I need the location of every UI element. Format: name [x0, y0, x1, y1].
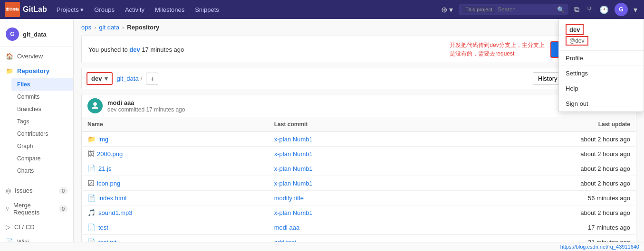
file-name[interactable]: 📄 21.js	[87, 165, 263, 172]
sidebar-item-commits[interactable]: Commits	[11, 91, 73, 103]
clock-icon[interactable]: 🕐	[597, 3, 611, 16]
repo-path-name[interactable]: git_data	[116, 75, 138, 82]
file-name[interactable]: 🖼 2000.png	[87, 150, 263, 158]
commit-author: dev	[107, 106, 116, 113]
user-dropdown: dev @dev Profile Settings Help Sign out	[558, 19, 644, 112]
chevron-down-icon[interactable]: ▾	[632, 3, 639, 16]
navbar: 素菲亦桂 GitLab Projects ▾ Groups Activity M…	[0, 0, 644, 19]
push-note: 开发把代码传到dev分支上，主分支上是没有的，需要去request	[450, 41, 545, 58]
project-avatar: G	[6, 28, 19, 41]
sidebar-item-tags[interactable]: Tags	[11, 115, 73, 128]
breadcrumb-current: Repository	[127, 24, 159, 31]
file-type-icon: 📄	[87, 165, 96, 172]
repo-toolbar: dev ▾ git_data / + History 🔍 Find file ⬇…	[81, 68, 636, 89]
dropdown-help[interactable]: Help	[559, 81, 644, 96]
file-commit[interactable]: x-plan Numb1	[274, 209, 313, 216]
push-text: You pushed to dev 17 minutes ago	[88, 46, 184, 53]
nav-milestones[interactable]: Milestones	[150, 3, 189, 16]
sidebar-item-repository[interactable]: 📁 Repository	[0, 64, 73, 78]
sidebar-item-issues[interactable]: ◎ Issues 0	[0, 183, 73, 198]
merge-icon[interactable]: ⑂	[585, 3, 594, 16]
issues-icon: ◎	[6, 187, 11, 194]
table-row: 🖼 icon.png x-plan Numb1 about 2 hours ag…	[82, 176, 636, 191]
file-type-icon: 🖼	[87, 150, 94, 158]
file-commit[interactable]: modi aaa	[274, 224, 299, 231]
dropdown-username: dev	[566, 24, 584, 35]
sidebar-item-graph[interactable]: Graph	[11, 140, 73, 152]
sidebar: G git_data 🏠 Overview 📁 Repository Files…	[0, 19, 74, 251]
sidebar-item-overview[interactable]: 🏠 Overview	[0, 49, 73, 64]
branch-name: dev	[91, 75, 102, 82]
search-icon[interactable]: 🔍	[557, 6, 565, 13]
sidebar-item-cicd[interactable]: ▷ CI / CD	[0, 220, 73, 234]
file-name[interactable]: 📄 index.html	[87, 194, 263, 202]
dropdown-profile[interactable]: Profile	[559, 51, 644, 66]
layout-icon[interactable]: ⧉	[572, 3, 581, 16]
sidebar-nav: 🏠 Overview 📁 Repository Files Commits Br…	[0, 49, 73, 249]
plus-icon[interactable]: ⊕ ▾	[439, 3, 455, 16]
file-commit[interactable]: x-plan Numb1	[274, 136, 313, 143]
commit-bar: modi aaa dev committed 17 minutes ago 09…	[81, 94, 636, 117]
sidebar-item-compare[interactable]: Compare	[11, 152, 73, 165]
breadcrumb-git-data[interactable]: git data	[99, 24, 119, 31]
commit-subtitle: dev committed 17 minutes ago	[107, 106, 185, 113]
sidebar-divider-1	[0, 180, 73, 180]
nav-activity[interactable]: Activity	[120, 3, 149, 16]
logo-box: 素菲亦桂	[5, 2, 20, 17]
sidebar-item-contributors[interactable]: Contributors	[11, 128, 73, 140]
breadcrumb: ops › git data › Repository	[81, 24, 636, 31]
status-bar: https://blog.csdn.net/rq_43911640	[0, 242, 644, 251]
breadcrumb-sep-1: ›	[94, 24, 96, 31]
dropdown-settings[interactable]: Settings	[559, 66, 644, 81]
breadcrumb-ops[interactable]: ops	[81, 24, 91, 31]
navbar-right: ⊕ ▾ This project 🔍 ⧉ ⑂ 🕐 G ▾	[439, 3, 639, 16]
dropdown-handle: @dev	[566, 36, 588, 46]
file-update: 17 minutes ago	[588, 224, 630, 231]
search-scope[interactable]: This project	[462, 6, 495, 13]
commit-message[interactable]: modi aaa	[107, 99, 185, 106]
file-name[interactable]: 🖼 icon.png	[87, 179, 263, 187]
file-commit[interactable]: x-plan Numb1	[274, 180, 313, 187]
project-name: git_data	[23, 31, 47, 38]
file-update: about 2 hours ago	[580, 209, 630, 216]
issues-badge: 0	[59, 187, 67, 194]
table-row: 🖼 2000.png x-plan Numb1 about 2 hours ag…	[82, 147, 636, 161]
navbar-brand: 素菲亦桂 GitLab	[5, 2, 47, 17]
chevron-down-icon: ▾	[105, 75, 108, 82]
path-sep: /	[141, 75, 143, 82]
file-name[interactable]: 📄 test	[87, 223, 263, 231]
search-input[interactable]	[498, 6, 555, 13]
table-row: 📄 test modi aaa 17 minutes ago	[82, 220, 636, 235]
sidebar-item-merge-requests[interactable]: ⑂ Merge Requests 0	[0, 198, 73, 220]
committer-avatar	[87, 98, 103, 113]
file-update: about 2 hours ago	[580, 136, 630, 143]
nav-groups[interactable]: Groups	[89, 3, 119, 16]
nav-snippets[interactable]: Snippets	[190, 3, 224, 16]
nav-projects[interactable]: Projects ▾	[52, 3, 89, 16]
file-type-icon: 📄	[87, 223, 96, 231]
folder-icon: 📁	[6, 67, 13, 74]
sidebar-item-files[interactable]: Files	[11, 78, 73, 91]
branch-selector[interactable]: dev ▾	[87, 72, 113, 85]
merge-requests-badge: 0	[59, 205, 67, 212]
push-notice: You pushed to dev 17 minutes ago 开发把代码传到…	[81, 36, 636, 63]
file-commit[interactable]: modify title	[274, 195, 304, 202]
file-update: about 2 hours ago	[580, 180, 630, 187]
home-icon: 🏠	[6, 53, 13, 60]
file-name[interactable]: 📁 img	[87, 135, 263, 143]
sidebar-item-branches[interactable]: Branches	[11, 103, 73, 115]
push-branch[interactable]: dev	[129, 46, 140, 53]
dropdown-signout[interactable]: Sign out	[559, 96, 644, 112]
file-commit[interactable]: x-plan Numb1	[274, 165, 313, 172]
file-name[interactable]: 🎵 sound1.mp3	[87, 209, 263, 216]
user-avatar[interactable]: G	[615, 3, 628, 16]
sidebar-sub-repository: Files Commits Branches Tags Contributors…	[0, 78, 73, 177]
user-icon	[91, 102, 99, 110]
sidebar-item-charts[interactable]: Charts	[11, 165, 73, 177]
file-commit[interactable]: x-plan Numb1	[274, 150, 313, 158]
table-row: 📄 21.js x-plan Numb1 about 2 hours ago	[82, 161, 636, 176]
col-update: Last update	[433, 117, 636, 132]
add-file-button[interactable]: +	[146, 73, 158, 85]
table-row: 🎵 sound1.mp3 x-plan Numb1 about 2 hours …	[82, 205, 636, 220]
breadcrumb-sep-2: ›	[122, 24, 124, 31]
